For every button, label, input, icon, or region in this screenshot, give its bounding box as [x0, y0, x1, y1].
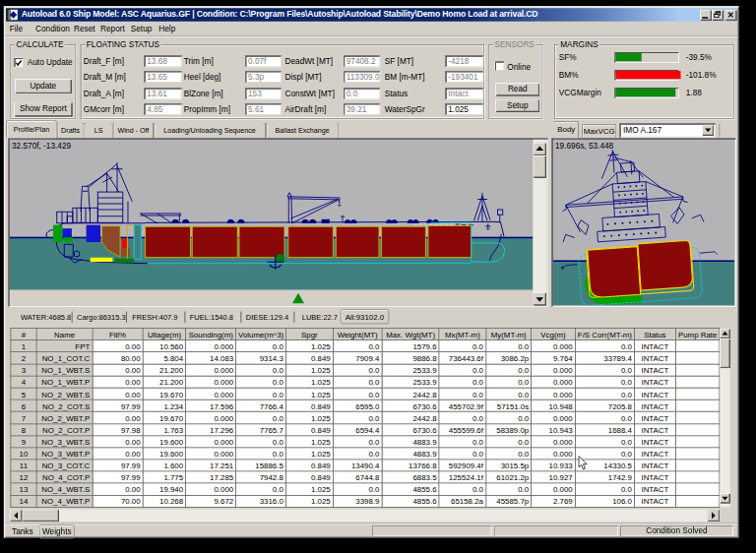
svg-text:32.570f, -13.429: 32.570f, -13.429: [12, 142, 72, 151]
svg-text:19.696s, 53.448: 19.696s, 53.448: [555, 142, 614, 151]
